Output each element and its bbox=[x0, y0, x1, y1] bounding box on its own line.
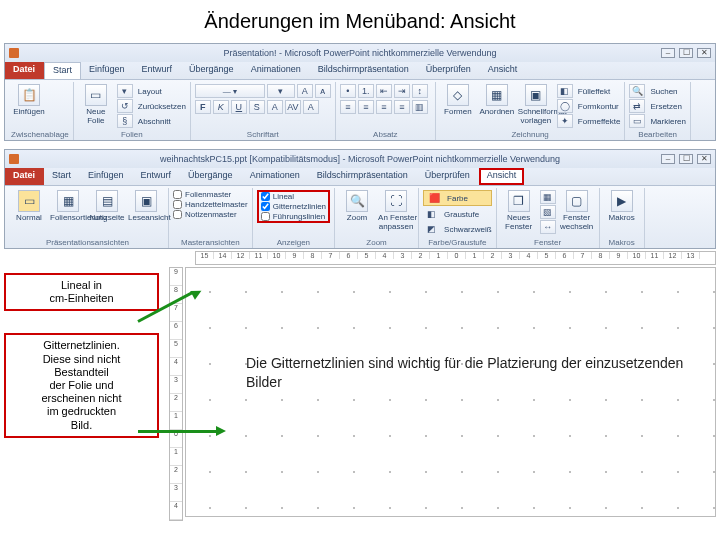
color-gray[interactable]: ◧Graustufe bbox=[423, 207, 492, 221]
shapes-btn[interactable]: ◇Formen bbox=[440, 84, 476, 116]
paste-button[interactable]: 📋 Einfügen bbox=[11, 84, 47, 116]
group-absatz: • 1. ⇤ ⇥ ↕ ≡ ≡ ≡ ≡ ▥ Absatz bbox=[336, 82, 436, 140]
effects-btn[interactable]: ✦Formeffekte bbox=[557, 114, 621, 128]
select-btn[interactable]: ▭Markieren bbox=[629, 114, 686, 128]
tab-uebergaenge[interactable]: Übergänge bbox=[181, 62, 243, 79]
find-btn[interactable]: 🔍Suchen bbox=[629, 84, 686, 98]
tab-datei[interactable]: Datei bbox=[5, 62, 44, 79]
tab-einfuegen[interactable]: Einfügen bbox=[81, 62, 134, 79]
view-normal[interactable]: ▭Normal bbox=[11, 190, 47, 222]
group-zoom: 🔍Zoom ⛶An Fenster anpassen Zoom bbox=[335, 188, 419, 248]
group-zeichnung: ◇Formen ▦Anordnen ▣Schnellformat vorlage… bbox=[436, 82, 626, 140]
group-schriftart: — ▾ ▾ A ᴀ F K U S A AV A Schriftart bbox=[191, 82, 336, 140]
bullets-btn[interactable]: • bbox=[340, 84, 356, 98]
gridlines bbox=[186, 268, 715, 516]
tab2-einfuegen[interactable]: Einfügen bbox=[80, 168, 133, 185]
columns-btn[interactable]: ▥ bbox=[412, 100, 428, 114]
ribbon-bottom: weihnachtskPC15.ppt [Kompatibilitätsmodu… bbox=[4, 149, 716, 249]
align-right[interactable]: ≡ bbox=[376, 100, 392, 114]
chk-handzettel[interactable]: Handzettelmaster bbox=[173, 200, 248, 209]
group-zwischenablage: 📋 Einfügen Zwischenablage bbox=[7, 82, 74, 140]
fill-btn[interactable]: ◧Fülleffekt bbox=[557, 84, 621, 98]
ribbon-top: Präsentation! - Microsoft PowerPoint nic… bbox=[4, 43, 716, 141]
shadow-btn[interactable]: A bbox=[267, 100, 283, 114]
bold-btn[interactable]: F bbox=[195, 100, 211, 114]
chk-folienmaster[interactable]: Folienmaster bbox=[173, 190, 248, 199]
tab2-start[interactable]: Start bbox=[44, 168, 80, 185]
switch-window-btn[interactable]: ▢Fenster wechseln bbox=[559, 190, 595, 231]
group-bearbeiten: 🔍Suchen ⇄Ersetzen ▭Markieren Bearbeiten bbox=[625, 82, 691, 140]
align-center[interactable]: ≡ bbox=[358, 100, 374, 114]
color-btn[interactable]: A bbox=[303, 100, 319, 114]
section-btn[interactable]: §Abschnitt bbox=[117, 114, 186, 128]
close-btn[interactable]: ✕ bbox=[697, 48, 711, 58]
tab-animationen[interactable]: Animationen bbox=[243, 62, 310, 79]
tab2-ueberpruefen[interactable]: Überprüfen bbox=[417, 168, 479, 185]
spacing-btn[interactable]: AV bbox=[285, 100, 301, 114]
underline-btn[interactable]: U bbox=[231, 100, 247, 114]
chk-notizenmaster[interactable]: Notizenmaster bbox=[173, 210, 248, 219]
chk-fuehrung[interactable]: Führungslinien bbox=[261, 212, 326, 221]
new-slide-icon: ▭ bbox=[85, 84, 107, 106]
maximize-btn-2[interactable]: ☐ bbox=[679, 154, 693, 164]
strike-btn[interactable]: S bbox=[249, 100, 265, 114]
arrange-btn[interactable]: ▦Anordnen bbox=[479, 84, 515, 116]
tab2-entwurf[interactable]: Entwurf bbox=[133, 168, 181, 185]
color-bw[interactable]: ◩Schwarzweiß bbox=[423, 222, 492, 236]
group-color: 🟥Farbe ◧Graustufe ◩Schwarzweiß Farbe/Gra… bbox=[419, 188, 497, 248]
tab2-bildschirm[interactable]: Bildschirmpräsentation bbox=[309, 168, 417, 185]
group-master: Folienmaster Handzettelmaster Notizenmas… bbox=[169, 188, 253, 248]
tab2-datei[interactable]: Datei bbox=[5, 168, 44, 185]
chk-lineal[interactable]: Lineal bbox=[261, 192, 326, 201]
close-btn-2[interactable]: ✕ bbox=[697, 154, 711, 164]
new-slide-button[interactable]: ▭ Neue Folie bbox=[78, 84, 114, 125]
slide-body-text: Die Gitternetzlinien sind wichtig für di… bbox=[246, 354, 685, 392]
quickstyles-btn[interactable]: ▣Schnellformat vorlagen bbox=[518, 84, 554, 125]
grow-font[interactable]: A bbox=[297, 84, 313, 98]
indent-dec[interactable]: ⇤ bbox=[376, 84, 392, 98]
tab2-uebergaenge[interactable]: Übergänge bbox=[180, 168, 242, 185]
shrink-font[interactable]: ᴀ bbox=[315, 84, 331, 98]
tab-start[interactable]: Start bbox=[44, 62, 81, 79]
view-reading[interactable]: ▣Leseansicht bbox=[128, 190, 164, 222]
tabs-2: Datei Start Einfügen Entwurf Übergänge A… bbox=[5, 168, 715, 186]
tab2-ansicht[interactable]: Ansicht bbox=[479, 168, 525, 185]
tab-bildschirm[interactable]: Bildschirmpräsentation bbox=[310, 62, 418, 79]
font-select[interactable]: — ▾ bbox=[195, 84, 265, 98]
macros-btn[interactable]: ▶Makros bbox=[604, 190, 640, 222]
color-color[interactable]: 🟥Farbe bbox=[423, 190, 492, 206]
new-window-btn[interactable]: ❐Neues Fenster bbox=[501, 190, 537, 231]
indent-inc[interactable]: ⇥ bbox=[394, 84, 410, 98]
chk-gitternetz[interactable]: Gitternetzlinien bbox=[261, 202, 326, 211]
reset-btn[interactable]: ↺Zurücksetzen bbox=[117, 99, 186, 113]
size-select[interactable]: ▾ bbox=[267, 84, 295, 98]
tab-entwurf[interactable]: Entwurf bbox=[134, 62, 182, 79]
callout-gitternetz: Gitternetzlinien. Diese sind nicht Besta… bbox=[4, 333, 159, 437]
minimize-btn-2[interactable]: – bbox=[661, 154, 675, 164]
zoom-btn[interactable]: 🔍Zoom bbox=[339, 190, 375, 222]
view-sorter[interactable]: ▦Foliensortierung bbox=[50, 190, 86, 222]
tab-ueberpruefen[interactable]: Überprüfen bbox=[418, 62, 480, 79]
app-icon bbox=[9, 48, 19, 58]
cascade[interactable]: ▧ bbox=[540, 205, 556, 219]
tab-ansicht-1[interactable]: Ansicht bbox=[480, 62, 527, 79]
arrange-all[interactable]: ▦ bbox=[540, 190, 556, 204]
fit-window-btn[interactable]: ⛶An Fenster anpassen bbox=[378, 190, 414, 231]
line-spacing[interactable]: ↕ bbox=[412, 84, 428, 98]
split[interactable]: ↔ bbox=[540, 220, 556, 234]
callout-lineal: Lineal in cm-Einheiten bbox=[4, 273, 159, 311]
group-makros: ▶Makros Makros bbox=[600, 188, 645, 248]
layout-btn[interactable]: ▾Layout bbox=[117, 84, 186, 98]
tab2-animationen[interactable]: Animationen bbox=[242, 168, 309, 185]
align-left[interactable]: ≡ bbox=[340, 100, 356, 114]
minimize-btn[interactable]: – bbox=[661, 48, 675, 58]
paste-icon: 📋 bbox=[18, 84, 40, 106]
maximize-btn[interactable]: ☐ bbox=[679, 48, 693, 58]
group-views: ▭Normal ▦Foliensortierung ▤Notizseite ▣L… bbox=[7, 188, 169, 248]
align-justify[interactable]: ≡ bbox=[394, 100, 410, 114]
numbering-btn[interactable]: 1. bbox=[358, 84, 374, 98]
replace-btn[interactable]: ⇄Ersetzen bbox=[629, 99, 686, 113]
italic-btn[interactable]: K bbox=[213, 100, 229, 114]
view-notes[interactable]: ▤Notizseite bbox=[89, 190, 125, 222]
outline-btn[interactable]: ◯Formkontur bbox=[557, 99, 621, 113]
